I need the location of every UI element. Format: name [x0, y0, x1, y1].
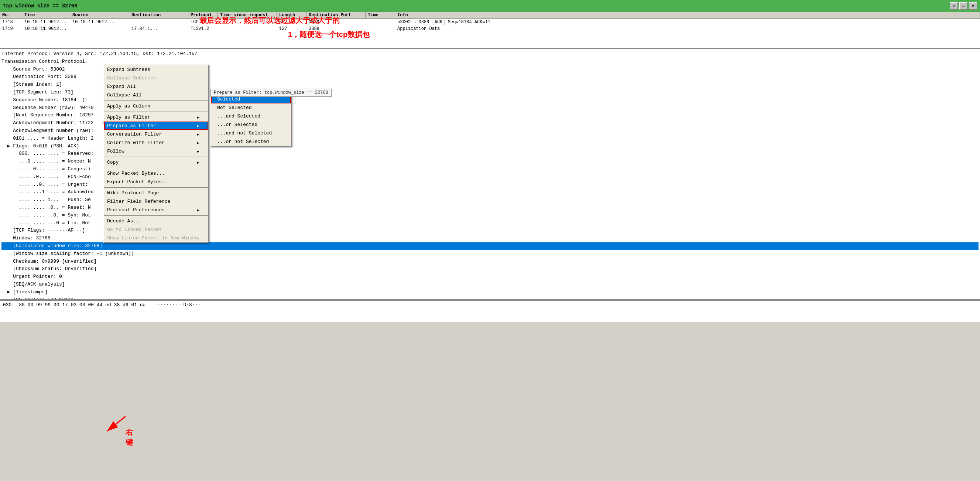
packet-src: 10:10:11.9012...	[70, 19, 129, 25]
menu-item-expand-subtrees[interactable]: Expand Subtrees	[104, 65, 208, 74]
title-bar: tcp.window_size == 32768 × → ▼	[0, 0, 980, 12]
window-controls: × → ▼	[950, 2, 977, 10]
packet-len: 66	[277, 19, 307, 25]
arrow-annotation: 右键	[103, 413, 133, 437]
packet-proto: TLSv1.2	[188, 26, 218, 32]
menu-item-filter-field-ref[interactable]: Filter Field Reference	[104, 197, 208, 206]
packet-time3	[366, 19, 395, 25]
detail-line: Urgent Pointer: 0	[2, 273, 978, 281]
menu-item-export-packet-bytes[interactable]: Export Packet Bytes...	[104, 178, 208, 186]
menu-item-goto-linked: Go to Linked Packet	[104, 225, 208, 234]
packet-list-header: No. Time Source Destination Protocol Tim…	[0, 12, 980, 19]
packet-proto: TCP	[188, 19, 218, 25]
menu-item-apply-as-column[interactable]: Apply as Column	[104, 102, 208, 110]
table-row[interactable]: 1719 10:10:11.9012... 17.84.1... TLSv1.2…	[0, 25, 980, 32]
menu-item-conversation-filter[interactable]: Conversation Filter ▶	[104, 130, 208, 139]
col-header-time2: Time	[366, 12, 395, 19]
menu-item-apply-as-filter[interactable]: Apply as Filter ▶	[104, 113, 208, 121]
menu-item-expand-all[interactable]: Expand All	[104, 82, 208, 91]
submenu-item-or-selected[interactable]: ...or Selected	[211, 120, 291, 129]
hex-offset: 030	[3, 302, 11, 308]
close-button[interactable]: ×	[950, 2, 958, 10]
menu-item-show-linked-new: Show Linked Packet in New Window	[104, 234, 208, 242]
menu-item-prepare-as-filter[interactable]: Prepare as Filter ▶	[104, 121, 208, 130]
packet-info: Application Data	[395, 26, 980, 32]
col-header-no: No.	[0, 12, 22, 19]
menu-item-protocol-prefs[interactable]: Protocol Preferences ▶	[104, 206, 208, 214]
col-header-time-since-req: Time since request	[218, 12, 277, 19]
menu-separator	[104, 215, 208, 216]
menu-item-collapse-all[interactable]: Collapse All	[104, 91, 208, 99]
col-header-dest-port: Destination Port	[307, 12, 366, 19]
detail-line: [Window size scaling factor: -1 (unknown…	[2, 250, 978, 258]
submenu-item-and-not-selected[interactable]: ...and not Selected	[211, 129, 291, 137]
packet-list: No. Time Source Destination Protocol Tim…	[0, 12, 980, 49]
packet-src	[70, 26, 129, 32]
table-row[interactable]: 1718 10:10:11.9012... 10:10:11.9012... T…	[0, 19, 980, 25]
submenu-arrow: ▶	[197, 160, 199, 165]
detail-line: Internet Protocol Version 4, Src: 172.21…	[2, 50, 978, 58]
col-header-length: Length	[277, 12, 307, 19]
context-menu: Expand Subtrees Collapse Subtrees Expand…	[103, 65, 209, 243]
menu-item-collapse-subtrees[interactable]: Collapse Subtrees	[104, 74, 208, 82]
dropdown-button[interactable]: ▼	[969, 2, 977, 10]
submenu-arrow: ▶	[197, 149, 199, 154]
packet-no: 1719	[0, 26, 22, 32]
packet-dport: 3389	[307, 26, 366, 32]
col-header-time: Time	[22, 12, 70, 19]
submenu-arrow: ▶	[197, 124, 199, 128]
arrow-button[interactable]: →	[959, 2, 967, 10]
menu-item-follow[interactable]: Follow ▶	[104, 147, 208, 156]
col-header-protocol: Protocol	[188, 12, 218, 19]
packet-time: 10:10:11.9012...	[22, 19, 70, 25]
menu-item-decode-as[interactable]: Decode As...	[104, 217, 208, 225]
submenu-arrow: ▶	[197, 115, 199, 120]
packet-no: 1718	[0, 19, 22, 25]
menu-separator	[104, 111, 208, 112]
submenu-tooltip: Prepare as Filter: tcp.window_size == 32…	[210, 89, 332, 97]
svg-line-1	[107, 416, 126, 431]
submenu-arrow: ▶	[197, 132, 199, 137]
menu-separator	[104, 100, 208, 101]
submenu-arrow: ▶	[197, 208, 199, 212]
detail-line: [SEQ/ACK analysis]	[2, 281, 978, 288]
submenu-item-not-selected[interactable]: Not Selected	[211, 104, 291, 112]
detail-line: Checksum: 0x9999 [unverified]	[2, 258, 978, 266]
menu-separator	[104, 187, 208, 188]
packet-time2	[218, 19, 277, 25]
submenu-item-or-not-selected[interactable]: ...or not Selected	[211, 137, 291, 146]
menu-item-show-packet-bytes[interactable]: Show Packet Bytes...	[104, 169, 208, 178]
submenu-prepare-as-filter: Selected Not Selected ...and Selected ..…	[210, 94, 292, 147]
hex-dump: 030 80 00 99 99 00 17 03 03 00 44 ed 38 …	[0, 300, 980, 322]
menu-item-colorize-filter[interactable]: Colorize with Filter ▶	[104, 139, 208, 147]
submenu-arrow: ▶	[197, 141, 199, 145]
detail-line-selected[interactable]: [Calculated window size: 32768]	[2, 242, 978, 250]
packet-time3	[366, 26, 395, 32]
packet-time: 10:10:11.9012...	[22, 26, 70, 32]
packet-dport: 3389	[307, 19, 366, 25]
packet-info: 53002 → 3389 [ACK] Seq=18184 ACK=11	[395, 19, 980, 25]
detail-line: TCP payload (73 bytes)	[2, 296, 978, 300]
menu-separator	[104, 157, 208, 157]
detail-line: [Checksum Status: Unverified]	[2, 265, 978, 273]
packet-dst	[129, 19, 188, 25]
menu-separator	[104, 168, 208, 168]
packet-dst: 17.84.1...	[129, 26, 188, 32]
right-click-label: 右键	[126, 427, 133, 448]
col-header-destination: Destination	[129, 12, 188, 19]
window-title: tcp.window_size == 32768	[3, 3, 78, 9]
submenu-item-and-selected[interactable]: ...and Selected	[211, 112, 291, 120]
col-header-info: Info	[395, 12, 980, 19]
detail-line: ▶ [Timestamps]	[2, 288, 978, 296]
packet-len: 127	[277, 26, 307, 32]
hex-dots: ·········D·8···	[157, 302, 200, 308]
hex-values: 80 00 99 99 00 17 03 03 00 44 ed 38 d6 0…	[19, 302, 145, 308]
menu-item-copy[interactable]: Copy ▶	[104, 158, 208, 167]
menu-item-wiki-protocol[interactable]: Wiki Protocol Page	[104, 189, 208, 197]
col-header-source: Source	[70, 12, 129, 19]
packet-time2	[218, 26, 277, 32]
